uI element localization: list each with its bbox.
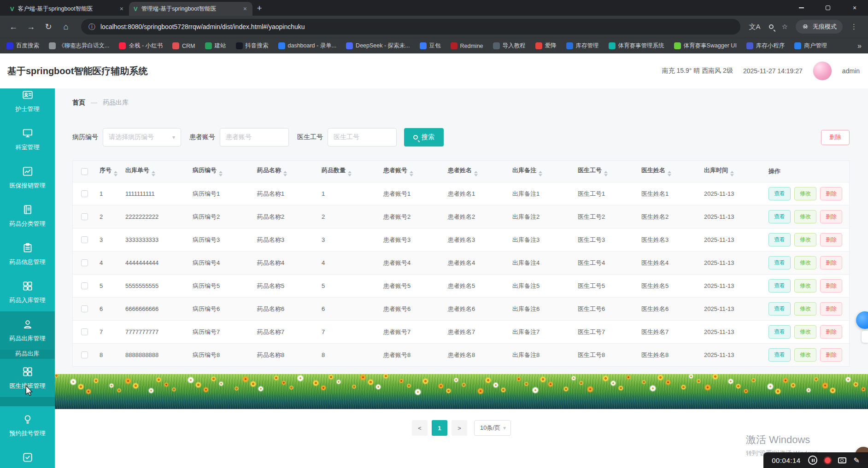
search-button[interactable]: 搜索 <box>404 128 444 146</box>
record-stop-icon[interactable] <box>825 457 831 463</box>
url-bar[interactable]: ⓘ localhost:8080/springboot5728rrqw/admi… <box>81 19 740 35</box>
bookmark-item[interactable]: 建站 <box>205 42 226 50</box>
delete-row-button[interactable]: 删除 <box>820 279 842 292</box>
edit-button[interactable]: 修改 <box>794 187 816 200</box>
sidebar-item-12[interactable] <box>0 445 55 468</box>
star-icon[interactable]: ☆ <box>782 23 788 31</box>
reload-icon[interactable]: ↻ <box>41 22 55 32</box>
bookmark-item[interactable]: 抖音搜索 <box>236 42 269 50</box>
select-all-checkbox[interactable] <box>81 168 88 175</box>
window-maximize-button[interactable] <box>815 0 841 16</box>
next-page-button[interactable]: > <box>452 420 467 436</box>
sidebar-item-7[interactable]: 药品出库管理 <box>0 311 55 350</box>
row-checkbox[interactable] <box>81 259 88 266</box>
bookmark-item[interactable]: 爱降 <box>535 42 557 50</box>
sort-carets[interactable] <box>114 171 117 176</box>
pause-icon[interactable] <box>808 456 817 465</box>
delete-row-button[interactable]: 删除 <box>820 325 842 339</box>
patient-account-input[interactable]: 患者账号 <box>220 128 289 146</box>
view-button[interactable]: 查看 <box>768 302 791 316</box>
sort-carets[interactable] <box>604 171 608 176</box>
bookmark-item[interactable]: 库存管理 <box>566 42 599 50</box>
sort-carets[interactable] <box>730 171 734 176</box>
browser-tab-1[interactable]: V客户端-基于springboot智能医× <box>6 2 129 16</box>
tab-close-icon[interactable]: × <box>119 5 124 12</box>
sidebar-item-11[interactable]: 预约挂号管理 <box>0 406 55 445</box>
view-button[interactable]: 查看 <box>768 187 791 200</box>
window-minimize-button[interactable] <box>788 0 815 16</box>
edit-button[interactable]: 修改 <box>794 233 816 246</box>
edit-button[interactable]: 修改 <box>794 302 816 316</box>
delete-row-button[interactable]: 删除 <box>820 187 842 200</box>
view-button[interactable]: 查看 <box>768 233 791 246</box>
doctor-id-input[interactable]: 医生工号 <box>328 128 397 146</box>
edit-button[interactable]: 修改 <box>794 348 816 362</box>
case-number-select[interactable]: 请选择病历编号 ▾ <box>103 128 181 146</box>
edit-button[interactable]: 修改 <box>794 210 816 223</box>
page-1-button[interactable]: 1 <box>432 420 447 436</box>
sidebar-item-9[interactable]: 医生排班管理 <box>0 359 55 397</box>
new-tab-button[interactable]: + <box>252 2 266 16</box>
row-checkbox[interactable] <box>81 213 88 220</box>
view-button[interactable]: 查看 <box>768 348 791 362</box>
row-checkbox[interactable] <box>81 305 88 312</box>
delete-row-button[interactable]: 删除 <box>820 302 842 316</box>
bookmark-item[interactable]: CRM <box>172 42 195 49</box>
view-button[interactable]: 查看 <box>768 279 791 292</box>
delete-row-button[interactable]: 删除 <box>820 233 842 246</box>
bookmark-item[interactable]: DeepSeek - 探索未... <box>346 42 410 50</box>
sort-carets[interactable] <box>219 171 223 176</box>
camera-icon[interactable] <box>838 457 846 463</box>
sidebar-item-3[interactable]: 医保报销管理 <box>0 158 55 197</box>
forward-icon[interactable]: → <box>24 22 38 32</box>
bookmark-item[interactable]: 体育赛事Swagger UI <box>674 42 737 50</box>
edit-button[interactable]: 修改 <box>794 325 816 339</box>
bookmark-item[interactable]: 库存小程序 <box>746 42 785 50</box>
breadcrumb-home[interactable]: 首页 <box>72 99 85 107</box>
edit-button[interactable]: 修改 <box>794 256 816 269</box>
page-size-select[interactable]: 10条/页 ▾ <box>474 420 511 436</box>
sort-carets[interactable] <box>410 171 413 176</box>
sidebar-item-2[interactable]: 科室管理 <box>0 120 55 158</box>
bookmark-item[interactable]: 百度搜索 <box>6 42 39 50</box>
bookmark-item[interactable]: dashboard - 录单... <box>278 42 337 50</box>
sort-carets[interactable] <box>152 171 155 176</box>
bookmark-item[interactable]: 全栈 - 小红书 <box>119 42 163 50</box>
home-icon[interactable]: ⌂ <box>59 22 73 32</box>
bookmark-item[interactable]: Redmine <box>451 42 483 49</box>
delete-button[interactable]: 删除 <box>821 130 850 145</box>
sidebar-item-4[interactable]: 药品分类管理 <box>0 197 55 235</box>
delete-row-button[interactable]: 删除 <box>820 348 842 362</box>
menu-icon[interactable]: ⋮ <box>850 23 857 31</box>
pencil-icon[interactable]: ✎ <box>854 456 860 465</box>
sort-carets[interactable] <box>283 171 287 176</box>
info-icon[interactable]: ⓘ <box>88 23 95 31</box>
translate-icon[interactable]: 文A <box>749 23 761 31</box>
sidebar-item-partial[interactable] <box>0 397 55 406</box>
row-checkbox[interactable] <box>81 282 88 289</box>
browser-tab-2[interactable]: V管理端-基于springboot智能医× <box>129 2 252 16</box>
floating-widget-tab[interactable] <box>862 331 868 343</box>
row-checkbox[interactable] <box>81 328 88 335</box>
bookmark-item[interactable]: 体育赛事管理系统 <box>609 42 664 50</box>
avatar[interactable] <box>813 61 832 81</box>
prev-page-button[interactable]: < <box>412 420 428 436</box>
bookmark-item[interactable]: 豆包 <box>420 42 441 50</box>
view-button[interactable]: 查看 <box>768 256 791 269</box>
view-button[interactable]: 查看 <box>768 210 791 223</box>
sort-carets[interactable] <box>474 171 478 176</box>
tab-close-icon[interactable]: × <box>242 5 248 12</box>
window-close-button[interactable]: × <box>841 0 868 16</box>
sidebar-item-partial[interactable]: 药品出库 <box>0 350 55 359</box>
bookmark-item[interactable]: 商户管理 <box>794 42 827 50</box>
sidebar-item-6[interactable]: 药品入库管理 <box>0 273 55 311</box>
sidebar-item-1[interactable]: 护士管理 <box>0 88 55 120</box>
delete-row-button[interactable]: 删除 <box>820 210 842 223</box>
row-checkbox[interactable] <box>81 190 88 197</box>
bookmarks-overflow-icon[interactable]: » <box>857 42 862 50</box>
bookmark-item[interactable]: 《聊斋志异白话文... <box>49 42 109 50</box>
zoom-icon[interactable] <box>769 24 774 29</box>
edit-button[interactable]: 修改 <box>794 279 816 292</box>
sort-carets[interactable] <box>348 171 352 176</box>
sort-carets[interactable] <box>668 171 671 176</box>
